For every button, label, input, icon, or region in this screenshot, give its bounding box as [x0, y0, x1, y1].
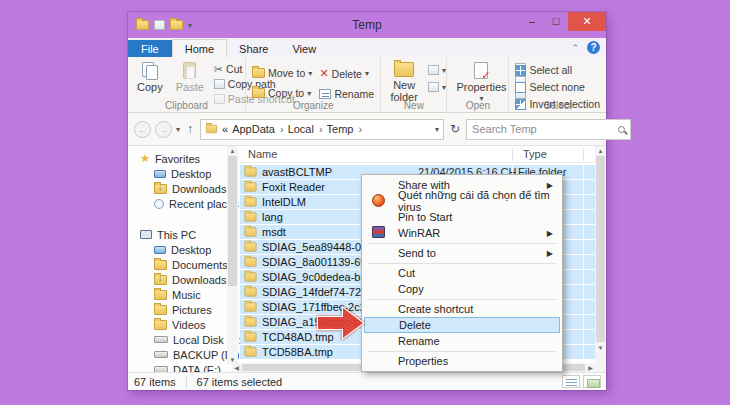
scroll-up-icon[interactable]: ▲ — [595, 146, 606, 155]
group-label-select: Select — [509, 100, 606, 111]
delete-button[interactable]: ✕ Delete▾ — [317, 66, 376, 81]
copy-icon — [142, 62, 158, 79]
sidebar-scrollbar[interactable]: ▲ ▼ — [227, 146, 238, 364]
monitor-icon — [154, 170, 166, 178]
group-label-new: New — [381, 100, 446, 111]
select-all-icon — [515, 65, 526, 76]
tab-share[interactable]: Share — [227, 40, 280, 57]
maximize-button[interactable]: □ — [544, 12, 568, 30]
scroll-down-icon[interactable]: ▼ — [595, 343, 606, 352]
sidebar-item-pc-downloads[interactable]: Downloads — [128, 272, 240, 287]
menu-item-properties[interactable]: Properties — [364, 353, 560, 369]
folder-icon — [245, 257, 257, 266]
folder-icon — [245, 167, 257, 176]
new-item-icon — [428, 65, 439, 75]
scroll-up-icon[interactable]: ▲ — [227, 146, 238, 155]
folder-icon — [245, 302, 257, 311]
tab-file[interactable]: File — [128, 40, 172, 57]
sidebar-item-local-disk-c[interactable]: Local Disk (C:) — [128, 332, 240, 347]
drive-icon — [154, 351, 168, 358]
minimize-button[interactable]: – — [520, 12, 544, 30]
paste-button[interactable]: Paste — [171, 60, 209, 95]
scrollbar-thumb[interactable] — [228, 156, 237, 286]
new-folder-button[interactable]: New folder — [385, 60, 423, 105]
scroll-left-icon[interactable]: ◀ — [232, 364, 241, 371]
column-header-type[interactable]: Type — [523, 148, 547, 160]
close-button[interactable]: ✕ — [568, 12, 606, 31]
easy-access-button[interactable]: ▾ — [426, 81, 448, 93]
navigation-pane: ★ Favorites Desktop Downloads Recent pla… — [128, 146, 240, 372]
help-icon[interactable]: ? — [587, 41, 600, 54]
address-bar: ← → ▾ ↑ « AppData Local Temp ▾ ↻ — [128, 113, 606, 146]
copy-to-button[interactable]: Copy to▾ — [250, 86, 314, 100]
sidebar-group-favorites[interactable]: ★ Favorites — [128, 151, 240, 166]
sidebar-item-documents[interactable]: Documents — [128, 257, 240, 272]
address-dropdown-icon[interactable]: ▾ — [435, 125, 439, 134]
sidebar-item-recent-places[interactable]: Recent places — [128, 196, 240, 211]
properties-button[interactable]: Properties ▾ — [451, 60, 511, 106]
quick-access-toolbar: ▾ — [128, 20, 192, 30]
back-button[interactable]: ← — [134, 121, 151, 138]
downloads-folder-icon — [154, 184, 167, 194]
breadcrumb-local[interactable]: Local — [288, 123, 323, 135]
menu-item-pin-to-start[interactable]: Pin to Start — [364, 209, 560, 225]
folder-icon — [245, 212, 257, 221]
refresh-icon[interactable]: ↻ — [448, 122, 462, 136]
sidebar-item-downloads[interactable]: Downloads — [128, 181, 240, 196]
select-none-button[interactable]: Select none — [513, 80, 602, 94]
easy-access-icon — [428, 82, 439, 92]
file-list-scrollbar[interactable]: ▲ ▼ — [595, 146, 606, 352]
ribbon-group-new: New folder ▾ ▾ New — [381, 57, 447, 112]
scroll-right-icon[interactable]: ▶ — [586, 364, 595, 371]
properties-icon[interactable] — [154, 20, 165, 30]
ribbon-group-open: Properties ▾ Open — [447, 57, 509, 112]
breadcrumb-appdata[interactable]: AppData — [232, 123, 283, 135]
search-icon[interactable] — [618, 126, 625, 133]
search-input[interactable] — [472, 123, 614, 135]
up-button[interactable]: ↑ — [184, 122, 196, 136]
folder-icon — [206, 125, 217, 134]
breadcrumb-temp[interactable]: Temp — [327, 123, 363, 135]
menu-item-delete[interactable]: Delete — [364, 317, 560, 333]
folder-icon — [245, 272, 257, 281]
menu-item-copy[interactable]: Copy — [364, 281, 560, 297]
details-view-icon[interactable] — [562, 375, 580, 388]
column-header-name[interactable]: Name — [248, 148, 277, 160]
context-menu: Share with▶ Quét những cái đã chọn để tì… — [361, 174, 563, 372]
qat-dropdown-icon[interactable]: ▾ — [188, 21, 192, 30]
menu-item-cut[interactable]: Cut — [364, 265, 560, 281]
ribbon-tabs: File Home Share View ⌃ ? — [128, 38, 606, 57]
folder-icon[interactable] — [170, 20, 183, 30]
breadcrumb[interactable]: « AppData Local Temp ▾ — [200, 119, 444, 140]
menu-item-send-to[interactable]: Send to▶ — [364, 245, 560, 261]
sidebar-item-videos[interactable]: Videos — [128, 317, 240, 332]
minimize-ribbon-icon[interactable]: ⌃ — [571, 43, 579, 53]
avast-icon — [372, 194, 385, 207]
tab-view[interactable]: View — [280, 40, 328, 57]
sidebar-item-pc-desktop[interactable]: Desktop — [128, 242, 240, 257]
menu-item-scan-virus[interactable]: Quét những cái đã chọn để tìm virus — [364, 193, 560, 209]
sidebar-item-data-e[interactable]: DATA (E:) — [128, 362, 240, 372]
items-count: 67 items — [134, 376, 176, 388]
move-to-button[interactable]: Move to▾ — [250, 66, 314, 80]
sidebar-item-backup-d[interactable]: BACKUP (D:) — [128, 347, 240, 362]
menu-item-winrar[interactable]: WinRAR▶ — [364, 225, 560, 241]
tab-home[interactable]: Home — [172, 39, 227, 57]
rename-button[interactable]: Rename — [317, 87, 376, 101]
sidebar-item-desktop[interactable]: Desktop — [128, 166, 240, 181]
title-bar: ▾ Temp – □ ✕ — [128, 12, 606, 38]
downloads-folder-icon — [154, 275, 167, 285]
history-dropdown-icon[interactable]: ▾ — [176, 125, 180, 134]
thumbnail-view-icon[interactable] — [583, 375, 601, 388]
sidebar-item-music[interactable]: Music — [128, 287, 240, 302]
scrollbar-thumb[interactable] — [596, 156, 605, 342]
sidebar-item-pictures[interactable]: Pictures — [128, 302, 240, 317]
copy-button[interactable]: Copy — [132, 60, 168, 95]
forward-button[interactable]: → — [155, 121, 172, 138]
menu-item-create-shortcut[interactable]: Create shortcut — [364, 301, 560, 317]
new-item-button[interactable]: ▾ — [426, 64, 448, 76]
folder-icon[interactable] — [136, 20, 149, 30]
sidebar-group-this-pc[interactable]: This PC — [128, 227, 240, 242]
select-all-button[interactable]: Select all — [513, 63, 602, 77]
menu-item-rename[interactable]: Rename — [364, 333, 560, 349]
